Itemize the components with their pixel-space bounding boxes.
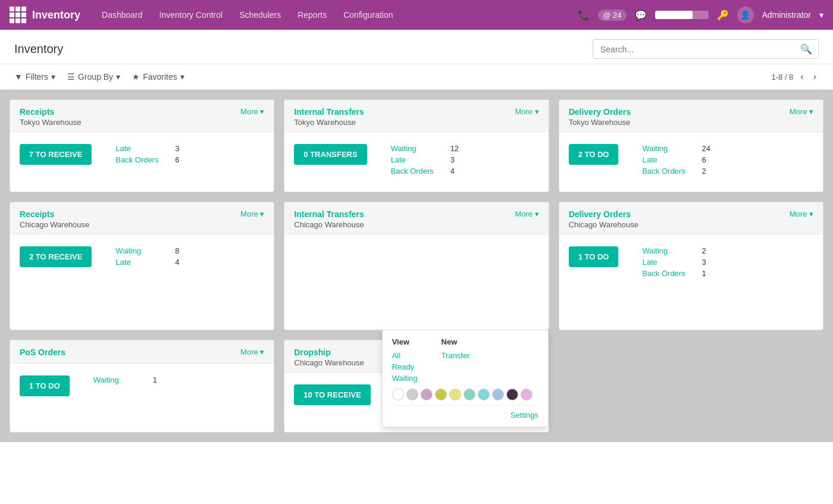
swatch-olive[interactable] <box>435 389 447 400</box>
prev-page-button[interactable]: ‹ <box>798 70 806 83</box>
stat-value-late-do: 6 <box>702 155 706 164</box>
stat-label-waiting-pos[interactable]: Waiting <box>93 375 141 384</box>
stat-value-backorders-do: 2 <box>702 167 706 176</box>
stat-label-waiting-r[interactable]: Waiting <box>115 246 163 255</box>
stats-receipts-tokyo: Late 3 Back Orders 6 <box>115 144 179 164</box>
stat-value-waiting-do-c: 2 <box>702 246 706 255</box>
swatch-teal[interactable] <box>464 389 475 400</box>
more-button-receipts-chicago[interactable]: More ▾ <box>240 209 264 218</box>
toolbar-left: ▼ Filters ▾ ☰ Group By ▾ ★ Favorites ▾ <box>14 72 184 82</box>
swatch-gray[interactable] <box>406 389 418 400</box>
badge-internal-transfers-tokyo[interactable]: 0 TRANSFERS <box>294 144 367 165</box>
more-button-delivery-orders-chicago[interactable]: More ▾ <box>790 209 813 218</box>
more-button-internal-transfers-tokyo[interactable]: More ▾ <box>515 107 538 116</box>
search-bar: 🔍 <box>593 39 819 59</box>
card-header-internal-transfers-tokyo: Internal Transfers Tokyo Warehouse More … <box>284 100 548 132</box>
stat-value-waiting-r: 8 <box>175 246 179 255</box>
stats-delivery-orders-chicago: Waiting 2 Late 3 Back Orders 1 <box>642 246 706 278</box>
favorites-button[interactable]: ★ Favorites ▾ <box>132 72 184 82</box>
stat-label-backorders-it[interactable]: Back Orders <box>391 167 439 176</box>
stat-label-waiting-do-c[interactable]: Waiting <box>642 246 690 255</box>
page-header: Inventory 🔍 <box>0 30 833 64</box>
stat-label-late-r[interactable]: Late <box>115 258 163 267</box>
stat-value-waiting: 12 <box>450 144 459 153</box>
card-body-delivery-orders-tokyo: 2 TO DO Waiting 24 Late 6 Back Orders 2 <box>559 132 823 192</box>
stats-pos-orders: Waiting 1 <box>93 375 157 384</box>
stat-backorders-it-tokyo: Back Orders 4 <box>391 167 459 176</box>
login-icon[interactable]: 🔑 <box>717 10 729 21</box>
stat-label-waiting[interactable]: Waiting <box>391 144 439 153</box>
dropdown-link-all[interactable]: All <box>392 350 418 361</box>
card-body-receipts-chicago: 2 TO RECEIVE Waiting 8 Late 4 <box>10 234 274 294</box>
dropdown-link-waiting[interactable]: Waiting <box>392 372 418 384</box>
card-title-delivery-orders-tokyo: Delivery Orders <box>569 107 631 117</box>
filters-button[interactable]: ▼ Filters ▾ <box>14 72 55 82</box>
stats-delivery-orders-tokyo: Waiting 24 Late 6 Back Orders 2 <box>642 144 710 176</box>
badge-delivery-orders-tokyo[interactable]: 2 TO DO <box>569 144 619 165</box>
topnav-right: 📞 @ 24 💬 🔑 👤 Administrator ▾ <box>578 7 823 23</box>
stat-label-backorders-do-c[interactable]: Back Orders <box>642 269 690 278</box>
card-header-receipts-tokyo: Receipts Tokyo Warehouse More ▾ <box>10 100 274 132</box>
swatch-yellow[interactable] <box>449 389 461 400</box>
groupby-button[interactable]: ☰ Group By ▾ <box>67 72 120 82</box>
badge-receipts-chicago[interactable]: 2 TO RECEIVE <box>20 246 92 267</box>
badge-receipts-tokyo[interactable]: 7 TO RECEIVE <box>20 144 92 165</box>
search-button[interactable]: 🔍 <box>794 40 818 58</box>
badge-dropship-chicago[interactable]: 10 TO RECEIVE <box>294 384 371 405</box>
swatch-cyan[interactable] <box>478 389 490 400</box>
filters-dropdown-icon: ▾ <box>51 72 55 82</box>
card-title-internal-transfers-tokyo: Internal Transfers <box>294 107 364 117</box>
stat-label-late-it[interactable]: Late <box>391 155 439 164</box>
card-subtitle-delivery-orders-chicago: Chicago Warehouse <box>569 220 638 229</box>
admin-label[interactable]: Administrator <box>762 10 811 20</box>
card-subtitle-delivery-orders-tokyo: Tokyo Warehouse <box>569 118 631 127</box>
stat-waiting-do-chicago: Waiting 2 <box>642 246 706 255</box>
swatch-dark[interactable] <box>506 389 518 400</box>
dropdown-link-ready[interactable]: Ready <box>392 361 418 372</box>
nav-reports[interactable]: Reports <box>290 7 334 23</box>
app-logo[interactable]: Inventory <box>10 7 80 23</box>
phone-icon[interactable]: 📞 <box>578 10 590 21</box>
more-button-internal-transfers-chicago[interactable]: More ▾ <box>515 209 538 218</box>
more-button-delivery-orders-tokyo[interactable]: More ▾ <box>790 107 813 116</box>
stat-label-backorders-do[interactable]: Back Orders <box>642 167 690 176</box>
stat-label-late[interactable]: Late <box>115 144 163 153</box>
badge-delivery-orders-chicago[interactable]: 1 TO DO <box>569 246 619 267</box>
more-button-receipts-tokyo[interactable]: More ▾ <box>240 107 264 116</box>
dropdown-footer: Settings <box>392 405 538 420</box>
stat-value-late-r: 4 <box>175 258 179 267</box>
swatch-blue[interactable] <box>492 389 504 400</box>
dropdown-link-transfer[interactable]: Transfer <box>441 350 470 361</box>
search-input[interactable] <box>593 41 794 58</box>
more-button-pos-orders[interactable]: More ▾ <box>240 348 264 356</box>
swatch-purple[interactable] <box>421 389 433 400</box>
settings-link[interactable]: Settings <box>511 411 538 420</box>
card-title-internal-transfers-chicago: Internal Transfers <box>294 209 364 219</box>
nav-inventory-control[interactable]: Inventory Control <box>152 7 230 23</box>
card-subtitle-receipts-chicago: Chicago Warehouse <box>20 220 89 229</box>
admin-dropdown-icon[interactable]: ▾ <box>819 10 823 20</box>
card-internal-transfers-tokyo: Internal Transfers Tokyo Warehouse More … <box>284 99 549 192</box>
nav-schedulers[interactable]: Schedulers <box>232 7 288 23</box>
nav-configuration[interactable]: Configuration <box>336 7 400 23</box>
nav-dashboard[interactable]: Dashboard <box>95 7 150 23</box>
stat-late-tokyo: Late 3 <box>115 144 179 153</box>
chat-icon[interactable]: 💬 <box>635 10 647 21</box>
card-header-receipts-chicago: Receipts Chicago Warehouse More ▾ <box>10 202 274 234</box>
swatch-white[interactable] <box>392 389 404 400</box>
filters-label: Filters <box>26 72 48 82</box>
stat-backorders-tokyo: Back Orders 6 <box>115 155 179 164</box>
stat-label-waiting-do[interactable]: Waiting <box>642 144 690 153</box>
stat-backorders-do-tokyo: Back Orders 2 <box>642 167 710 176</box>
stat-label-late-do-c[interactable]: Late <box>642 258 690 267</box>
badge-pos-orders[interactable]: 1 TO DO <box>20 375 70 396</box>
stat-label-backorders[interactable]: Back Orders <box>115 155 163 164</box>
dropdown-new-col: New Transfer <box>441 337 470 384</box>
swatch-pink[interactable] <box>521 389 533 400</box>
notification-badge[interactable]: @ 24 <box>598 10 626 21</box>
stats-internal-transfers-tokyo: Waiting 12 Late 3 Back Orders 4 <box>391 144 459 176</box>
next-page-button[interactable]: › <box>811 70 819 83</box>
main-menu: Dashboard Inventory Control Schedulers R… <box>95 7 563 23</box>
stat-label-late-do[interactable]: Late <box>642 155 690 164</box>
card-header-delivery-orders-chicago: Delivery Orders Chicago Warehouse More ▾ <box>559 202 823 234</box>
